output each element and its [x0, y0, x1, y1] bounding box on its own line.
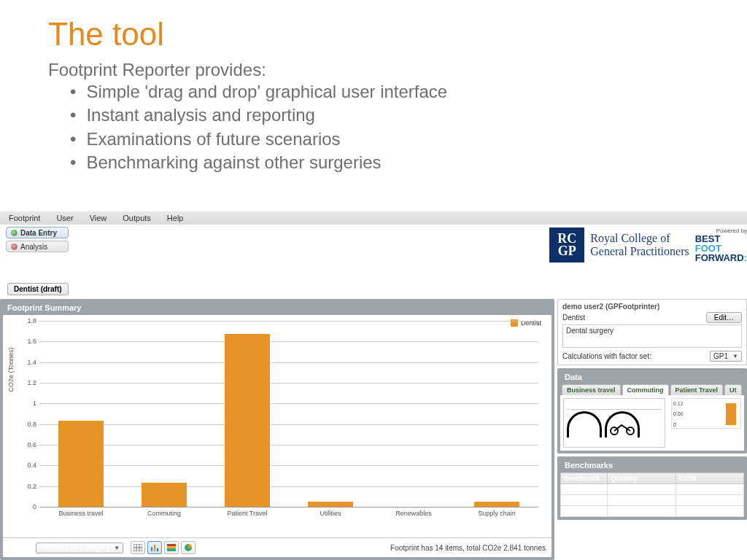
table-row: [561, 495, 744, 506]
chart-footer: X-Axis Footprint by Category▼ Footprint …: [3, 537, 551, 557]
icons-label: Icons: [567, 400, 662, 410]
footprint-summary-panel: Footprint Summary Dentist CO2e (Tonnes) …: [0, 299, 554, 560]
scenario-info: demo user2 (GPFootprinter) Dentist Edit……: [557, 299, 747, 365]
x-tick: Supply chain: [478, 507, 516, 517]
scenario-draft-button[interactable]: Dentist (draft): [7, 283, 69, 295]
menu-user[interactable]: User: [56, 214, 73, 222]
gauge-average-icon[interactable]: [567, 411, 602, 438]
bench-header-name[interactable]: Benchmark: [561, 473, 608, 484]
data-tabs: Business travel Commuting Patient Travel…: [560, 384, 744, 395]
tab-business-travel[interactable]: Business travel: [562, 384, 621, 395]
bar: [474, 502, 520, 507]
benchmarks-panel: Benchmarks Benchmark Quantity CO2e Patie…: [557, 456, 747, 520]
chart-type-pie-icon[interactable]: [181, 541, 196, 554]
y-tick: 1.2: [27, 379, 39, 386]
slide-subtitle: Footprint Reporter provides:: [0, 52, 747, 80]
analysis-label: Analysis: [20, 243, 47, 251]
menu-view[interactable]: View: [90, 214, 107, 222]
table-row[interactable]: Patient visits 100.000 (000 visits) 0.02…: [561, 484, 744, 495]
user-header: demo user2 (GPFootprinter): [562, 303, 742, 311]
data-panel: Data Business travel Commuting Patient T…: [557, 368, 747, 454]
bullet: Examinations of future scenarios: [70, 128, 747, 151]
y-tick: 1: [33, 400, 39, 407]
bullet: Benchmarking against other surgeries: [70, 151, 747, 174]
x-tick: Renewables: [395, 507, 432, 517]
svg-rect-7: [167, 544, 176, 546]
y-tick: 1.8: [27, 317, 39, 324]
y-tick: 0.4: [27, 462, 39, 469]
svg-rect-6: [157, 548, 158, 551]
factor-set-selector[interactable]: GP1▼: [710, 351, 742, 362]
x-tick: Utilities: [320, 507, 341, 517]
summary-chart: Dentist CO2e (Tonnes) 00.20.40.60.811.21…: [3, 315, 551, 537]
icons-box: Icons Average: [563, 398, 665, 448]
brand-area: RC GP Royal College of General Practitio…: [549, 228, 747, 262]
y-tick: 0: [33, 503, 39, 510]
xaxis-prefix: X-Axis: [9, 544, 31, 552]
app-screenshot: Footprint User View Outputs Help Data En…: [0, 211, 747, 560]
icon-label-average: Average: [567, 439, 602, 446]
y-tick: 1.6: [27, 338, 39, 345]
bar: [308, 502, 354, 507]
description-box[interactable]: Dental surgery: [562, 324, 742, 348]
red-dot-icon: [11, 244, 18, 250]
data-entry-mode-button[interactable]: Data Entry: [6, 227, 69, 238]
bullet: Simple 'drag and drop' graphical user in…: [70, 80, 747, 104]
factor-set-label: Calculations with factor set:: [562, 352, 651, 360]
menu-help[interactable]: Help: [167, 214, 184, 222]
mini-chart: 0.12 0.06 0: [671, 398, 741, 429]
scenario-name: Dentist: [562, 314, 585, 322]
y-tick: 0.2: [27, 483, 39, 490]
slide-title: The tool: [0, 0, 747, 52]
slide-bullets: Simple 'drag and drop' graphical user in…: [0, 80, 747, 175]
bar: [225, 334, 271, 507]
svg-rect-5: [154, 545, 155, 551]
bar: [58, 421, 104, 507]
x-tick: Patient Travel: [227, 507, 267, 517]
benchmarks-title: Benchmarks: [560, 459, 744, 472]
chevron-down-icon: ▼: [114, 545, 120, 551]
analysis-mode-button[interactable]: Analysis: [6, 241, 69, 252]
svg-rect-4: [151, 547, 152, 551]
summary-panel-title: Footprint Summary: [3, 302, 551, 315]
data-panel-title: Data: [560, 371, 744, 384]
bullet: Instant analysis and reporting: [70, 104, 747, 127]
data-entry-label: Data Entry: [20, 229, 57, 237]
benchmarks-table: Benchmark Quantity CO2e Patient visits 1…: [560, 472, 744, 517]
menubar: Footprint User View Outputs Help: [0, 211, 747, 225]
x-tick: Commuting: [147, 507, 181, 517]
edit-button[interactable]: Edit…: [706, 312, 742, 323]
svg-rect-8: [167, 546, 176, 548]
tab-patient-travel[interactable]: Patient Travel: [670, 384, 724, 395]
gauge-motorcycle-icon[interactable]: [605, 411, 640, 438]
x-tick: Business travel: [58, 507, 103, 517]
mini-bar: [726, 403, 736, 425]
chart-type-stacked-icon[interactable]: [164, 541, 179, 554]
xaxis-selector[interactable]: Footprint by Category▼: [36, 542, 123, 553]
y-tick: 0.8: [27, 421, 39, 428]
chart-type-table-icon[interactable]: [131, 541, 145, 554]
menu-footprint[interactable]: Footprint: [9, 214, 40, 222]
green-dot-icon: [11, 230, 18, 236]
tab-utilities[interactable]: Ut: [724, 384, 742, 395]
y-tick: 1.4: [27, 359, 39, 366]
y-tick: 0.6: [27, 441, 39, 448]
bench-header-qty[interactable]: Quantity: [607, 473, 676, 484]
bestfootforward-logo: BEST FOOT FORWARD:: [695, 234, 747, 262]
chart-type-bar-icon[interactable]: [147, 541, 162, 554]
status-text: Footprint has 14 items, total CO2e 2.841…: [390, 544, 546, 552]
tab-commuting[interactable]: Commuting: [622, 384, 669, 395]
rcgp-name: Royal College of General Practitioners: [590, 232, 689, 257]
menu-outputs[interactable]: Outputs: [123, 214, 151, 222]
bar: [142, 483, 187, 507]
rcgp-logo: RC GP: [549, 228, 584, 262]
svg-rect-9: [167, 548, 176, 551]
y-axis-label: CO2e (Tonnes): [7, 347, 15, 392]
bench-header-co2e[interactable]: CO2e: [676, 473, 744, 484]
chevron-down-icon: ▼: [732, 353, 738, 359]
table-row: [561, 506, 744, 517]
